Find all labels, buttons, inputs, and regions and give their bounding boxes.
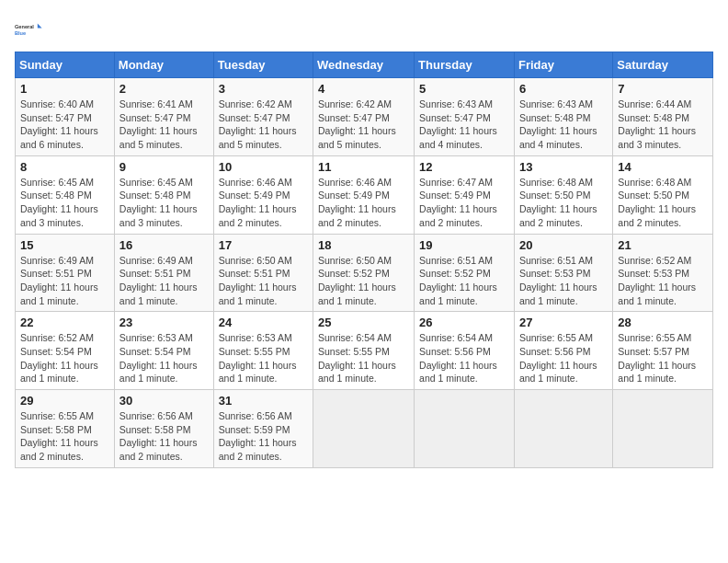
day-info: Sunrise: 6:48 AM Sunset: 5:50 PM Dayligh… (519, 176, 608, 230)
day-info: Sunrise: 6:51 AM Sunset: 5:53 PM Dayligh… (519, 254, 608, 308)
day-info: Sunrise: 6:44 AM Sunset: 5:48 PM Dayligh… (618, 98, 708, 152)
day-cell (514, 390, 612, 468)
day-number: 18 (318, 238, 409, 252)
day-info: Sunrise: 6:45 AM Sunset: 5:48 PM Dayligh… (20, 176, 109, 230)
day-info: Sunrise: 6:52 AM Sunset: 5:53 PM Dayligh… (618, 254, 708, 308)
svg-text:Blue: Blue (15, 30, 26, 36)
day-number: 27 (519, 316, 608, 329)
day-cell: 21Sunrise: 6:52 AM Sunset: 5:53 PM Dayli… (613, 234, 713, 312)
svg-marker-2 (38, 24, 42, 29)
week-row-4: 22Sunrise: 6:52 AM Sunset: 5:54 PM Dayli… (16, 312, 713, 390)
day-cell: 10Sunrise: 6:46 AM Sunset: 5:49 PM Dayli… (213, 155, 313, 234)
day-number: 12 (419, 160, 509, 174)
day-cell: 4Sunrise: 6:42 AM Sunset: 5:47 PM Daylig… (313, 78, 415, 156)
day-info: Sunrise: 6:56 AM Sunset: 5:58 PM Dayligh… (119, 409, 209, 464)
day-number: 20 (519, 238, 608, 252)
day-cell (415, 390, 515, 468)
day-info: Sunrise: 6:49 AM Sunset: 5:51 PM Dayligh… (119, 254, 209, 308)
day-number: 30 (119, 394, 209, 408)
day-number: 28 (618, 316, 708, 329)
days-of-week-row: SundayMondayTuesdayWednesdayThursdayFrid… (16, 52, 713, 78)
week-row-5: 29Sunrise: 6:55 AM Sunset: 5:58 PM Dayli… (16, 390, 713, 468)
day-info: Sunrise: 6:40 AM Sunset: 5:47 PM Dayligh… (20, 98, 109, 152)
day-cell: 8Sunrise: 6:45 AM Sunset: 5:48 PM Daylig… (16, 155, 115, 234)
page-header: GeneralBlue (15, 15, 713, 44)
day-number: 17 (219, 238, 308, 252)
col-header-tuesday: Tuesday (213, 52, 313, 78)
col-header-wednesday: Wednesday (313, 52, 415, 78)
week-row-3: 15Sunrise: 6:49 AM Sunset: 5:51 PM Dayli… (16, 234, 713, 312)
day-cell: 14Sunrise: 6:48 AM Sunset: 5:50 PM Dayli… (613, 155, 713, 234)
day-cell (313, 390, 415, 468)
day-cell: 30Sunrise: 6:56 AM Sunset: 5:58 PM Dayli… (114, 390, 213, 468)
day-cell: 31Sunrise: 6:56 AM Sunset: 5:59 PM Dayli… (213, 390, 313, 468)
day-number: 26 (419, 316, 509, 329)
day-number: 31 (219, 394, 308, 408)
day-info: Sunrise: 6:47 AM Sunset: 5:49 PM Dayligh… (419, 176, 509, 230)
day-cell: 26Sunrise: 6:54 AM Sunset: 5:56 PM Dayli… (415, 312, 515, 390)
day-number: 23 (119, 316, 209, 329)
day-number: 24 (219, 316, 308, 329)
day-cell: 1Sunrise: 6:40 AM Sunset: 5:47 PM Daylig… (16, 78, 115, 156)
day-cell (613, 390, 713, 468)
day-cell: 3Sunrise: 6:42 AM Sunset: 5:47 PM Daylig… (213, 78, 313, 156)
day-info: Sunrise: 6:52 AM Sunset: 5:54 PM Dayligh… (20, 331, 109, 385)
day-number: 16 (119, 238, 209, 252)
day-number: 4 (318, 82, 409, 96)
day-info: Sunrise: 6:50 AM Sunset: 5:52 PM Dayligh… (318, 254, 409, 308)
week-row-1: 1Sunrise: 6:40 AM Sunset: 5:47 PM Daylig… (16, 78, 713, 156)
day-info: Sunrise: 6:54 AM Sunset: 5:56 PM Dayligh… (419, 331, 509, 385)
col-header-saturday: Saturday (613, 52, 713, 78)
day-cell: 17Sunrise: 6:50 AM Sunset: 5:51 PM Dayli… (213, 234, 313, 312)
day-number: 13 (519, 160, 608, 174)
day-number: 10 (219, 160, 308, 174)
day-number: 21 (618, 238, 708, 252)
col-header-monday: Monday (114, 52, 213, 78)
day-number: 19 (419, 238, 509, 252)
day-number: 5 (419, 82, 509, 96)
svg-text:General: General (15, 24, 34, 29)
day-number: 15 (20, 238, 109, 252)
day-number: 22 (20, 316, 109, 329)
day-cell: 9Sunrise: 6:45 AM Sunset: 5:48 PM Daylig… (114, 155, 213, 234)
day-cell: 24Sunrise: 6:53 AM Sunset: 5:55 PM Dayli… (213, 312, 313, 390)
day-info: Sunrise: 6:42 AM Sunset: 5:47 PM Dayligh… (318, 98, 409, 152)
logo-icon: GeneralBlue (15, 15, 44, 44)
day-number: 2 (119, 82, 209, 96)
day-info: Sunrise: 6:54 AM Sunset: 5:55 PM Dayligh… (318, 331, 409, 385)
day-number: 7 (618, 82, 708, 96)
day-cell: 6Sunrise: 6:43 AM Sunset: 5:48 PM Daylig… (514, 78, 612, 156)
day-cell: 25Sunrise: 6:54 AM Sunset: 5:55 PM Dayli… (313, 312, 415, 390)
day-info: Sunrise: 6:53 AM Sunset: 5:55 PM Dayligh… (219, 331, 308, 385)
calendar-table: SundayMondayTuesdayWednesdayThursdayFrid… (15, 52, 713, 468)
day-cell: 2Sunrise: 6:41 AM Sunset: 5:47 PM Daylig… (114, 78, 213, 156)
day-cell: 11Sunrise: 6:46 AM Sunset: 5:49 PM Dayli… (313, 155, 415, 234)
day-number: 8 (20, 160, 109, 174)
day-info: Sunrise: 6:45 AM Sunset: 5:48 PM Dayligh… (119, 176, 209, 230)
day-info: Sunrise: 6:56 AM Sunset: 5:59 PM Dayligh… (219, 409, 308, 464)
day-cell: 19Sunrise: 6:51 AM Sunset: 5:52 PM Dayli… (415, 234, 515, 312)
day-info: Sunrise: 6:46 AM Sunset: 5:49 PM Dayligh… (219, 176, 308, 230)
day-info: Sunrise: 6:43 AM Sunset: 5:47 PM Dayligh… (419, 98, 509, 152)
day-info: Sunrise: 6:51 AM Sunset: 5:52 PM Dayligh… (419, 254, 509, 308)
day-info: Sunrise: 6:55 AM Sunset: 5:57 PM Dayligh… (618, 331, 708, 385)
day-info: Sunrise: 6:55 AM Sunset: 5:56 PM Dayligh… (519, 331, 608, 385)
day-info: Sunrise: 6:50 AM Sunset: 5:51 PM Dayligh… (219, 254, 308, 308)
col-header-friday: Friday (514, 52, 612, 78)
day-info: Sunrise: 6:42 AM Sunset: 5:47 PM Dayligh… (219, 98, 308, 152)
day-number: 14 (618, 160, 708, 174)
logo: GeneralBlue (15, 15, 44, 44)
day-cell: 23Sunrise: 6:53 AM Sunset: 5:54 PM Dayli… (114, 312, 213, 390)
day-cell: 27Sunrise: 6:55 AM Sunset: 5:56 PM Dayli… (514, 312, 612, 390)
day-cell: 28Sunrise: 6:55 AM Sunset: 5:57 PM Dayli… (613, 312, 713, 390)
day-number: 9 (119, 160, 209, 174)
day-cell: 12Sunrise: 6:47 AM Sunset: 5:49 PM Dayli… (415, 155, 515, 234)
day-cell: 18Sunrise: 6:50 AM Sunset: 5:52 PM Dayli… (313, 234, 415, 312)
day-info: Sunrise: 6:55 AM Sunset: 5:58 PM Dayligh… (20, 409, 109, 464)
day-info: Sunrise: 6:49 AM Sunset: 5:51 PM Dayligh… (20, 254, 109, 308)
day-number: 29 (20, 394, 109, 408)
day-info: Sunrise: 6:41 AM Sunset: 5:47 PM Dayligh… (119, 98, 209, 152)
day-number: 11 (318, 160, 409, 174)
day-info: Sunrise: 6:53 AM Sunset: 5:54 PM Dayligh… (119, 331, 209, 385)
day-cell: 20Sunrise: 6:51 AM Sunset: 5:53 PM Dayli… (514, 234, 612, 312)
